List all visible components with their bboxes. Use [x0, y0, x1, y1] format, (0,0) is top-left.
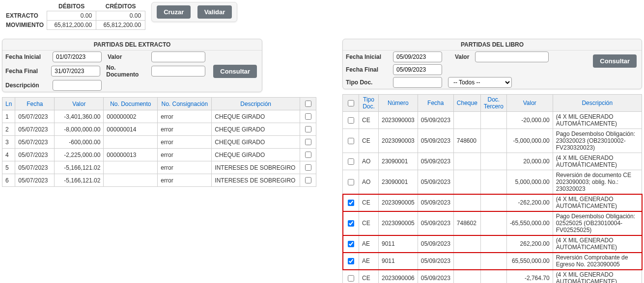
libro-valor-input[interactable]	[475, 51, 549, 62]
cell-numero: 2023090003	[379, 129, 418, 153]
libro-filter-box: PARTIDAS DEL LIBRO Fecha Inicial Valor F…	[342, 39, 642, 89]
cell-valor: -65,550,000.00	[506, 211, 553, 235]
cell-valor: -3,401,360.00	[55, 110, 104, 123]
cell-ln: 3	[2, 136, 15, 149]
cell-valor: 5,000,000.00	[506, 170, 553, 194]
extracto-select-all-checkbox[interactable]	[305, 101, 311, 107]
row-checkbox[interactable]	[305, 126, 311, 132]
table-row: 105/07/2023-3,401,360.00000000002errorCH…	[2, 110, 316, 123]
cell-no-doc	[104, 174, 158, 187]
col-valor[interactable]: Valor	[55, 98, 104, 110]
cell-fecha: 05/09/2023	[418, 270, 453, 283]
row-checkbox[interactable]	[305, 177, 311, 183]
cell-valor: -8,000,000.00	[55, 123, 104, 136]
cell-cheque	[453, 235, 480, 253]
cell-doc-tercero	[480, 253, 506, 270]
col-fecha[interactable]: Fecha	[15, 98, 55, 110]
extracto-fecha-inicial-input[interactable]	[53, 51, 102, 62]
cell-fecha: 05/09/2023	[418, 211, 453, 235]
col-libro-descripcion[interactable]: Descripción	[553, 95, 642, 112]
row-checkbox[interactable]	[305, 139, 311, 145]
cell-descripcion: CHEQUE GIRADO	[212, 123, 300, 136]
summary-row-extracto-label: EXTRACTO	[2, 11, 47, 21]
cell-valor: -5,000,000.00	[506, 129, 553, 153]
extracto-filter-title: PARTIDAS DEL EXTRACTO	[2, 39, 262, 51]
cell-doc-tercero	[480, 235, 506, 253]
cell-descripcion: Pago Desembolso Obligación: 02525025 (OB…	[553, 211, 642, 235]
libro-select-all-checkbox[interactable]	[348, 100, 354, 106]
row-checkbox[interactable]	[348, 220, 354, 227]
cell-cheque	[453, 170, 480, 194]
col-ln[interactable]: Ln	[2, 98, 15, 110]
col-descripcion[interactable]: Descripción	[212, 98, 300, 110]
col-libro-valor[interactable]: Valor	[506, 95, 553, 112]
row-checkbox[interactable]	[305, 113, 311, 120]
extracto-valor-input[interactable]	[151, 51, 205, 62]
cell-descripcion: (4 X MIL GENERADO AUTOMÁTICAMENTE)	[553, 235, 642, 253]
cell-numero: 2023090005	[379, 211, 418, 235]
table-row: 205/07/2023-8,000,000.00000000014errorCH…	[2, 123, 316, 136]
row-checkbox[interactable]	[305, 152, 311, 158]
action-button-bar: Cruzar Validar	[151, 2, 237, 22]
libro-consultar-button[interactable]: Consultar	[593, 54, 637, 68]
libro-tipo-doc-input[interactable]	[393, 77, 442, 88]
col-numero[interactable]: Número	[379, 95, 418, 112]
cell-fecha: 05/07/2023	[15, 136, 55, 149]
table-row: CE202309000605/09/2023-2,764.70(4 X MIL …	[343, 270, 642, 283]
cell-valor: -5,166,121.02	[55, 161, 104, 174]
row-checkbox[interactable]	[348, 241, 354, 247]
cell-fecha: 05/07/2023	[15, 123, 55, 136]
cell-doc-tercero	[480, 211, 506, 235]
col-select-all[interactable]	[300, 98, 316, 110]
row-checkbox[interactable]	[348, 158, 354, 165]
extracto-fecha-final-input[interactable]	[51, 66, 100, 77]
extracto-descripcion-input[interactable]	[53, 80, 102, 91]
cell-valor: -2,764.70	[506, 270, 553, 283]
row-checkbox[interactable]	[348, 258, 354, 264]
col-no-documento[interactable]: No. Documento	[104, 98, 158, 110]
cell-descripcion: (4 X MIL GENERADO AUTOMÁTICAMENTE)	[553, 153, 642, 170]
col-libro-fecha[interactable]: Fecha	[418, 95, 453, 112]
label-no-documento: No. Documento	[106, 64, 148, 78]
cell-tipo: AO	[359, 153, 379, 170]
cruzar-button[interactable]: Cruzar	[157, 5, 191, 19]
cell-tipo: AE	[359, 235, 379, 253]
row-checkbox[interactable]	[348, 200, 354, 206]
validar-button[interactable]: Validar	[197, 5, 232, 19]
label-fecha-final: Fecha Final	[5, 68, 48, 75]
libro-tipo-doc-select[interactable]: -- Todos --	[448, 77, 512, 88]
cell-tipo: AE	[359, 253, 379, 270]
row-checkbox[interactable]	[348, 179, 354, 185]
cell-cheque	[453, 253, 480, 270]
col-tipo-doc[interactable]: Tipo Doc.	[359, 95, 379, 112]
summary-extracto-creditos: 0.00	[96, 11, 145, 21]
cell-cheque	[453, 194, 480, 211]
cell-fecha: 05/07/2023	[15, 161, 55, 174]
summary-table: DÉBITOS CRÉDITOS EXTRACTO 0.00 0.00 MOVI…	[2, 2, 145, 30]
table-row: 405/07/2023-2,225,000.00000000013errorCH…	[2, 149, 316, 161]
libro-col-select-all[interactable]	[343, 95, 359, 112]
extracto-consultar-button[interactable]: Consultar	[213, 65, 257, 78]
row-checkbox[interactable]	[305, 164, 311, 171]
cell-descripcion: Pago Desembolso Obligación: 230320023 (O…	[553, 129, 642, 153]
row-checkbox[interactable]	[348, 138, 354, 144]
row-checkbox[interactable]	[348, 275, 354, 282]
cell-tipo: CE	[359, 129, 379, 153]
row-checkbox[interactable]	[348, 117, 354, 124]
col-no-consignacion[interactable]: No. Consignación	[158, 98, 212, 110]
cell-valor: -5,166,121.02	[55, 174, 104, 187]
col-cheque[interactable]: Cheque	[453, 95, 480, 112]
cell-fecha: 05/09/2023	[418, 112, 453, 129]
cell-cheque	[453, 270, 480, 283]
cell-cheque	[453, 112, 480, 129]
col-doc-tercero[interactable]: Doc. Tercero	[480, 95, 506, 112]
label-libro-fecha-final: Fecha Final	[346, 66, 390, 73]
libro-filter-title: PARTIDAS DEL LIBRO	[343, 39, 642, 51]
cell-descripcion: CHEQUE GIRADO	[212, 149, 300, 161]
extracto-no-documento-input[interactable]	[151, 66, 205, 77]
table-row: AO2309000105/09/202320,000.00(4 X MIL GE…	[343, 153, 642, 170]
label-libro-valor: Valor	[455, 53, 469, 60]
libro-fecha-inicial-input[interactable]	[393, 51, 442, 62]
cell-doc-tercero	[480, 170, 506, 194]
libro-fecha-final-input[interactable]	[393, 64, 442, 75]
